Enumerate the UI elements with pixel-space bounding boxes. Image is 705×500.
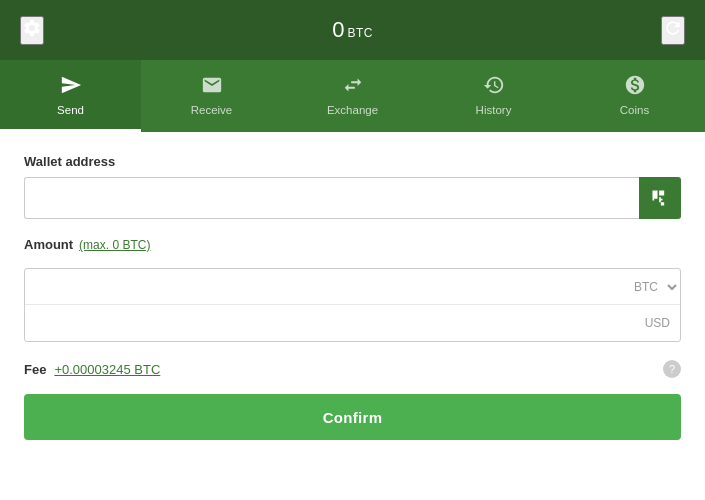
address-row xyxy=(24,177,681,219)
fee-row: Fee +0.00003245 BTC ? xyxy=(24,360,681,378)
balance-display: 0 BTC xyxy=(332,17,373,43)
nav-tabs: Send Receive Exchange History xyxy=(0,60,705,132)
exchange-icon xyxy=(342,74,364,99)
amount-max[interactable]: (max. 0 BTC) xyxy=(79,238,150,252)
wallet-address-label: Wallet address xyxy=(24,154,681,169)
refresh-icon xyxy=(663,18,683,38)
tab-send-label: Send xyxy=(57,104,84,116)
amount-label-row: Amount (max. 0 BTC) xyxy=(24,237,681,260)
tab-coins[interactable]: Coins xyxy=(564,60,705,132)
btc-amount-input[interactable] xyxy=(25,269,630,304)
tab-receive-label: Receive xyxy=(191,104,233,116)
history-icon xyxy=(483,74,505,99)
fee-value[interactable]: +0.00003245 BTC xyxy=(54,362,160,377)
fee-left: Fee +0.00003245 BTC xyxy=(24,362,160,377)
amount-label: Amount xyxy=(24,237,73,252)
usd-amount-input[interactable] xyxy=(25,305,645,341)
refresh-button[interactable] xyxy=(661,16,685,45)
tab-exchange-label: Exchange xyxy=(327,104,378,116)
tab-coins-label: Coins xyxy=(620,104,649,116)
gear-icon xyxy=(22,18,42,38)
tab-exchange[interactable]: Exchange xyxy=(282,60,423,132)
amount-box: BTC ETH LTC USD xyxy=(24,268,681,342)
currency-select[interactable]: BTC ETH LTC xyxy=(630,279,680,295)
fee-help-button[interactable]: ? xyxy=(663,360,681,378)
balance-currency: BTC xyxy=(347,26,373,40)
qr-scan-button[interactable] xyxy=(639,177,681,219)
app-header: 0 BTC xyxy=(0,0,705,60)
usd-amount-row: USD xyxy=(25,305,680,341)
send-form: Wallet address Amount (max. 0 BTC) BTC E… xyxy=(0,132,705,500)
usd-label: USD xyxy=(645,316,680,330)
confirm-button[interactable]: Confirm xyxy=(24,394,681,440)
receive-icon xyxy=(201,74,223,99)
tab-send[interactable]: Send xyxy=(0,60,141,132)
settings-button[interactable] xyxy=(20,16,44,45)
qr-icon xyxy=(650,188,670,208)
tab-history-label: History xyxy=(476,104,512,116)
tab-receive[interactable]: Receive xyxy=(141,60,282,132)
balance-amount: 0 xyxy=(332,17,344,43)
btc-amount-row: BTC ETH LTC xyxy=(25,269,680,305)
wallet-address-input[interactable] xyxy=(24,177,639,219)
tab-history[interactable]: History xyxy=(423,60,564,132)
coins-icon xyxy=(624,74,646,99)
send-icon xyxy=(60,74,82,99)
fee-label: Fee xyxy=(24,362,46,377)
